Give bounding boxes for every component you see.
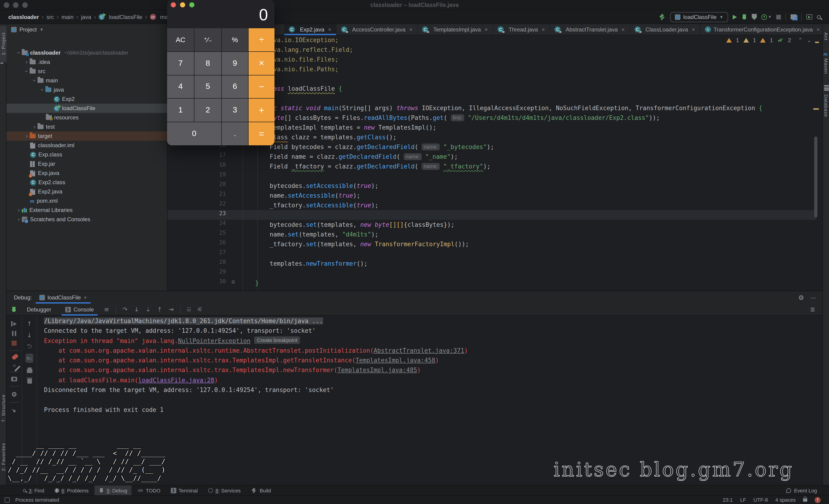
tool-window-switcher-icon[interactable] xyxy=(5,497,10,502)
stack-trace-link[interactable]: AbstractTranslet.java:371 xyxy=(373,347,464,354)
chevron-icon[interactable]: › xyxy=(24,133,30,139)
error-stripe-mark[interactable] xyxy=(813,108,819,109)
stack-trace-link[interactable]: NullPointerException xyxy=(178,337,250,344)
calc-button-AC[interactable]: AC xyxy=(167,28,194,51)
highlighting-level-icon[interactable]: ! xyxy=(815,497,821,503)
breadcrumb-item-loadClassFile[interactable]: CloadClassFile xyxy=(98,13,143,21)
console-settings-icon[interactable]: ≣ xyxy=(810,306,823,313)
stack-trace-link[interactable]: loadClassFile.java:28 xyxy=(138,377,214,384)
chevron-icon[interactable]: › xyxy=(15,50,22,56)
calc-button-7[interactable]: 7 xyxy=(167,52,194,75)
calc-button-⁺⁄₋[interactable]: ⁺⁄₋ xyxy=(194,28,221,51)
close-icon[interactable]: × xyxy=(83,294,87,300)
hide-panel-icon[interactable]: — xyxy=(810,294,816,300)
force-step-into-icon[interactable]: ⇣ xyxy=(146,306,151,313)
calc-button-1[interactable]: 1 xyxy=(167,99,194,122)
debug-settings-gear-icon[interactable]: ⚙ xyxy=(11,391,17,398)
tool-window-button-Terminal[interactable]: ❯Terminal xyxy=(167,485,202,495)
layout-menu-icon[interactable]: ≡ xyxy=(104,306,109,313)
tool-window-button-3-Find[interactable]: 3: Find xyxy=(19,485,48,495)
breadcrumb-item-src[interactable]: src xyxy=(46,13,55,21)
tree-item-main[interactable]: ›main xyxy=(6,76,168,85)
mute-breakpoints-icon[interactable] xyxy=(13,364,15,367)
tree-item-Exp2-java[interactable]: Exp2.java xyxy=(6,187,168,196)
tool-stripe-maven[interactable]: Maven xyxy=(823,58,829,74)
soft-wrap-icon[interactable]: ⮌ xyxy=(27,344,32,349)
breadcrumb-item-classloader[interactable]: classloader xyxy=(7,13,40,21)
project-panel-header[interactable]: Project ▼ xyxy=(6,24,167,35)
status-widget-23-1[interactable]: 23:1 xyxy=(723,497,733,503)
breadcrumb-item-main[interactable]: main xyxy=(61,13,74,21)
chevron-icon[interactable]: › xyxy=(24,59,30,65)
calc-button-5[interactable]: 5 xyxy=(194,75,221,98)
create-breakpoint-button[interactable]: Create breakpoint xyxy=(254,336,300,344)
run-button[interactable] xyxy=(733,14,737,19)
gear-icon[interactable]: ⚙ xyxy=(798,294,804,300)
window-controls[interactable] xyxy=(4,2,32,9)
calc-button-3[interactable]: 3 xyxy=(222,99,248,122)
chevron-icon[interactable]: › xyxy=(16,207,22,213)
sidebar-item-structure-stripe[interactable]: 7: Structure xyxy=(0,394,6,422)
debug-session-tab[interactable]: loadClassFile × xyxy=(35,291,91,303)
sidebar-item-project-stripe[interactable]: 1: Project xyxy=(0,26,6,62)
tree-item-classloader-iml[interactable]: classloader.iml xyxy=(6,141,168,150)
breadcrumb-item-java[interactable]: java xyxy=(80,13,92,21)
build-hammer-icon[interactable] xyxy=(659,14,665,20)
calc-button-9[interactable]: 9 xyxy=(222,52,248,75)
step-over-icon[interactable]: ↷ xyxy=(122,306,128,313)
calc-button-6[interactable]: 6 xyxy=(222,75,248,98)
settings-layout-icon[interactable]: ⚟ xyxy=(197,306,203,313)
calc-button-=[interactable]: = xyxy=(249,122,275,145)
chevron-icon[interactable]: › xyxy=(23,68,30,74)
tab-console[interactable]: ❯Console xyxy=(61,303,98,315)
tree-item-Exp-jar[interactable]: Exp.jar xyxy=(6,159,168,169)
rerun-icon[interactable] xyxy=(11,321,17,326)
close-window-icon[interactable] xyxy=(4,2,9,8)
pin-icon[interactable]: ➜ xyxy=(10,406,18,415)
calc-button-+[interactable]: + xyxy=(249,99,275,122)
debug-button[interactable] xyxy=(742,14,747,20)
calc-button-%[interactable]: % xyxy=(222,28,248,51)
tab-debugger[interactable]: Debugger xyxy=(23,303,55,315)
profiler-button[interactable]: ▼ xyxy=(761,14,771,20)
tree-item-Scratches-and-Consoles[interactable]: ›Scratches and Consoles xyxy=(6,215,168,224)
search-everywhere-icon[interactable] xyxy=(817,15,821,19)
tool-window-button-TODO[interactable]: ≔TODO xyxy=(133,485,165,495)
view-breakpoints-icon[interactable] xyxy=(12,355,16,360)
evaluate-expression-icon[interactable]: ⌸ xyxy=(187,306,191,313)
calc-button-×[interactable]: × xyxy=(249,52,275,75)
editor-scrollbar[interactable] xyxy=(814,137,818,218)
calc-button-0[interactable]: 0 xyxy=(167,122,221,145)
tree-item-java[interactable]: ›java xyxy=(6,85,168,95)
calc-button-−[interactable]: − xyxy=(249,75,275,98)
zoom-window-icon[interactable] xyxy=(22,2,28,8)
calculator-window[interactable]: 0 AC⁺⁄₋%÷789×456−123+0.= xyxy=(167,0,275,145)
tool-window-button-Build[interactable]: Build xyxy=(247,485,275,495)
tree-item-Exp-class[interactable]: CExp.class xyxy=(6,150,168,159)
next-occurrence-icon[interactable]: ↓ xyxy=(27,332,32,339)
prev-occurrence-icon[interactable]: ↑ xyxy=(27,320,32,327)
clear-console-icon[interactable] xyxy=(27,379,32,384)
status-widget-UTF-8[interactable]: UTF-8 xyxy=(754,497,768,503)
chevron-icon[interactable]: › xyxy=(16,216,22,223)
calc-zoom-icon[interactable] xyxy=(189,2,194,7)
stack-trace-link[interactable]: TemplatesImpl.java:485 xyxy=(337,367,417,374)
tool-stripe-database[interactable]: Database xyxy=(823,95,829,117)
run-to-cursor-icon[interactable]: ⇥ xyxy=(169,306,174,313)
calc-button-4[interactable]: 4 xyxy=(167,75,194,98)
run-anything-icon[interactable] xyxy=(806,14,812,20)
tree-item-External-Libraries[interactable]: ›External Libraries xyxy=(6,206,168,215)
tree-item-loadClassFile[interactable]: CloadClassFile xyxy=(6,104,168,113)
pause-icon[interactable] xyxy=(12,331,16,336)
tree-item-Exp-java[interactable]: Exp.java xyxy=(6,169,168,178)
calc-button-2[interactable]: 2 xyxy=(194,99,221,122)
tree-item-target[interactable]: ›target xyxy=(6,132,168,141)
tree-item-pom-xml[interactable]: mpom.xml xyxy=(6,196,168,206)
calc-button-÷[interactable]: ÷ xyxy=(249,28,275,51)
fold-marker-icon[interactable]: ⌂ xyxy=(231,278,235,285)
error-stripe-mark[interactable] xyxy=(815,42,819,43)
chevron-icon[interactable]: › xyxy=(32,123,37,130)
chevron-icon[interactable]: › xyxy=(39,87,46,93)
chevron-icon[interactable]: › xyxy=(31,77,38,83)
tree-item-Exp2-class[interactable]: CExp2.class xyxy=(6,178,168,187)
